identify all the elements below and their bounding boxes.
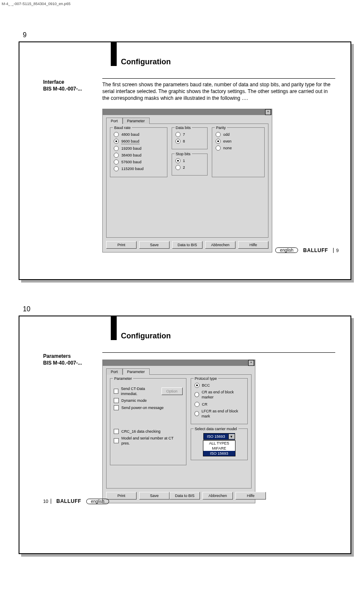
port-dialog: × Port Parameter Baud rate xyxy=(102,109,272,253)
baud-19200-label: 19200 baud xyxy=(121,146,142,151)
stopbits-1[interactable]: 1 xyxy=(175,158,204,163)
carrier-dropdown[interactable]: ISO 15693 ▾ xyxy=(203,433,235,440)
page-number-top-9: 9 xyxy=(23,31,364,39)
check-modelserial[interactable]: Model and serial number at CT pres. xyxy=(114,436,183,446)
close-icon[interactable]: × xyxy=(265,109,271,115)
fieldset-baud: Baud rate 4800 baud 9600 baud 19200 baud… xyxy=(110,127,167,177)
body-col: The first screen shows the parameters ba… xyxy=(102,78,335,253)
protocol-lfcr-label: LFCR as end of block mark xyxy=(202,409,244,419)
parity-odd[interactable]: odd xyxy=(216,132,261,137)
check-poweron-label: Send power-on message xyxy=(121,405,164,410)
baud-115200[interactable]: 115200 baud xyxy=(114,166,164,171)
sidebar-line1: Interface xyxy=(43,79,102,86)
stopbits-1-label: 1 xyxy=(183,158,185,163)
parity-odd-label: odd xyxy=(223,132,230,137)
data-to-bis-button[interactable]: Data to BIS xyxy=(170,492,200,500)
fieldset-stopbits: Stop bits 1 2 xyxy=(172,154,208,176)
cancel-button[interactable]: Abbrechen xyxy=(205,241,235,249)
check-dynamic[interactable]: Dynamic mode xyxy=(114,398,183,403)
section-title: Configuration xyxy=(121,332,335,340)
protocol-cr[interactable]: CR xyxy=(194,402,244,407)
carrier-listbox[interactable]: ALL TYPES MIFARE ISO 15693 xyxy=(203,440,235,456)
stopbits-2-label: 2 xyxy=(183,165,185,170)
close-icon[interactable]: × xyxy=(248,360,254,366)
baud-38400-label: 38400 baud xyxy=(121,153,142,158)
baud-19200[interactable]: 19200 baud xyxy=(114,146,164,151)
help-button[interactable]: Hilfe xyxy=(238,241,268,249)
title-rule xyxy=(111,316,117,340)
legend-protocol: Protocol type xyxy=(194,376,219,381)
file-path: M-4_ _-007-S115_854304_0910_en.p65 xyxy=(0,0,364,6)
parity-none[interactable]: none xyxy=(216,146,261,151)
tab-parameter[interactable]: Parameter xyxy=(123,118,150,124)
parity-none-label: none xyxy=(223,146,232,151)
legend-baud: Baud rate xyxy=(113,125,132,130)
sidebar-line1: Parameters xyxy=(43,353,102,360)
baud-9600[interactable]: 9600 baud xyxy=(114,139,164,144)
data-to-bis-button[interactable]: Data to BIS xyxy=(172,241,203,249)
language-badge: english xyxy=(86,499,109,504)
chevron-down-icon[interactable]: ▾ xyxy=(228,434,235,439)
baud-38400[interactable]: 38400 baud xyxy=(114,153,164,158)
legend-carrier: Select data carrier model xyxy=(194,426,238,431)
footer-right: english BALLUFF 9 xyxy=(275,247,339,253)
dialog-titlebar: × xyxy=(103,109,272,115)
sidebar-label: Interface BIS M-40.-007-... xyxy=(43,78,102,92)
tab-pane-port: Baud rate 4800 baud 9600 baud 19200 baud… xyxy=(106,124,268,238)
footer-page-num: 9 xyxy=(333,248,339,253)
help-button[interactable]: Hilfe xyxy=(235,492,266,500)
fieldset-parameter: Parameter Send CT-Data immediat. Option … xyxy=(110,378,186,465)
body-rule xyxy=(102,352,335,353)
legend-stopbits: Stop bits xyxy=(175,151,192,156)
tab-port[interactable]: Port xyxy=(106,368,123,375)
carrier-opt-all[interactable]: ALL TYPES xyxy=(203,441,235,446)
option-button[interactable]: Option xyxy=(161,387,183,395)
language-badge: english xyxy=(275,247,298,253)
parameter-dialog: × Port Parameter Parameter xyxy=(102,360,255,503)
check-modelserial-label: Model and serial number at CT pres. xyxy=(121,436,183,446)
check-dynamic-label: Dynamic mode xyxy=(121,398,147,403)
check-sendctdata-label: Send CT-Data immediat. xyxy=(121,386,159,396)
protocol-bcc-label: BCC xyxy=(202,383,210,388)
protocol-cr-eob[interactable]: CR as end of block marker xyxy=(194,390,244,400)
parity-even[interactable]: even xyxy=(216,139,261,144)
sidebar-label: Parameters BIS M-40.-007-... xyxy=(43,352,102,366)
cancel-button[interactable]: Abbrechen xyxy=(203,492,233,500)
baud-4800-label: 4800 baud xyxy=(121,132,140,137)
carrier-opt-mifare[interactable]: MIFARE xyxy=(203,446,235,451)
print-button[interactable]: Print xyxy=(106,492,137,500)
fieldset-databits: Data bits 7 8 xyxy=(172,127,208,149)
carrier-selected: ISO 15693 xyxy=(204,434,228,439)
print-button[interactable]: Print xyxy=(106,241,137,249)
body-rule xyxy=(102,78,335,79)
baud-9600-label: 9600 baud xyxy=(121,139,140,144)
carrier-opt-iso[interactable]: ISO 15693 xyxy=(203,451,235,456)
tab-parameter[interactable]: Parameter xyxy=(123,368,150,375)
tab-port[interactable]: Port xyxy=(106,118,123,124)
stopbits-2[interactable]: 2 xyxy=(175,165,204,170)
protocol-bcc[interactable]: BCC xyxy=(194,383,244,388)
protocol-lfcr[interactable]: LFCR as end of block mark xyxy=(194,409,244,419)
check-crc16[interactable]: CRC_16 data checking xyxy=(114,429,183,434)
databits-7-label: 7 xyxy=(183,132,185,137)
check-poweron[interactable]: Send power-on message xyxy=(114,405,183,410)
baud-115200-label: 115200 baud xyxy=(121,166,144,171)
footer-left: 10 BALLUFF english xyxy=(43,498,109,504)
body-text: The first screen shows the parameters ba… xyxy=(102,81,335,102)
check-sendctdata[interactable]: Send CT-Data immediat. Option xyxy=(114,386,183,396)
brand-logo: BALLUFF xyxy=(303,247,328,253)
section-title: Configuration xyxy=(121,58,335,66)
tabs: Port Parameter xyxy=(106,368,252,375)
save-button[interactable]: Save xyxy=(139,492,170,500)
databits-8[interactable]: 8 xyxy=(175,139,204,144)
legend-databits: Data bits xyxy=(175,125,192,130)
sheet-9: Configuration Interface BIS M-40.-007-..… xyxy=(19,41,351,280)
parity-even-label: even xyxy=(223,139,232,144)
baud-4800[interactable]: 4800 baud xyxy=(114,132,164,137)
baud-57600-label: 57600 baud xyxy=(121,159,142,165)
databits-8-label: 8 xyxy=(183,139,185,144)
title-rule xyxy=(111,42,117,66)
save-button[interactable]: Save xyxy=(139,241,170,249)
databits-7[interactable]: 7 xyxy=(175,132,204,137)
baud-57600[interactable]: 57600 baud xyxy=(114,159,164,165)
